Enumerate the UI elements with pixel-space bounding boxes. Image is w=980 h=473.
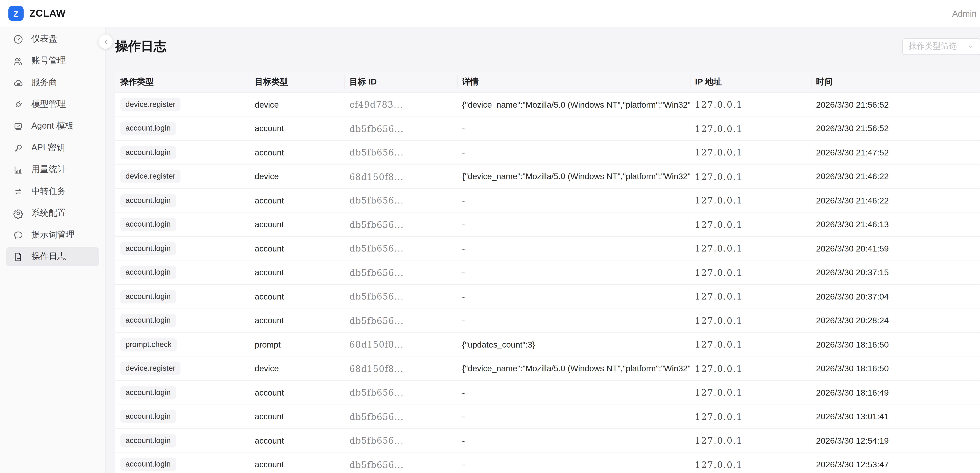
- target-type-cell: device: [250, 165, 344, 188]
- detail-cell: {"device_name":"Mozilla/5.0 (Windows NT"…: [457, 357, 690, 380]
- time-cell: 2026/3/30 20:28:24: [811, 309, 980, 332]
- time-cell: 2026/3/30 12:53:47: [811, 453, 980, 473]
- chat-icon: [13, 229, 24, 240]
- target-type-cell: account: [250, 453, 344, 473]
- detail-cell: -: [457, 189, 690, 212]
- detail-cell: -: [457, 141, 690, 164]
- target-type-cell: account: [250, 189, 344, 212]
- target-type-cell: account: [250, 141, 344, 164]
- operation-type-chip: account.login: [120, 122, 176, 135]
- target-id-cell: db5fb656...: [344, 429, 457, 452]
- sidebar-item-label: Agent 模板: [31, 120, 74, 132]
- sidebar-item-label: 操作日志: [31, 251, 66, 263]
- sidebar-item-label: 提示词管理: [31, 229, 75, 241]
- detail-cell: -: [457, 117, 690, 140]
- sidebar-item-models[interactable]: 模型管理: [6, 95, 99, 114]
- time-cell: 2026/3/30 18:16:49: [811, 381, 980, 404]
- table-row: account.login account db5fb656... - 127.…: [115, 453, 980, 473]
- sidebar-item-agent-template[interactable]: Agent 模板: [6, 116, 99, 135]
- ip-address-cell: 127.0.0.1: [690, 117, 811, 140]
- sidebar-item-usage-stats[interactable]: 用量统计: [6, 160, 99, 179]
- target-type-cell: account: [250, 405, 344, 428]
- cloud-icon: [13, 77, 24, 88]
- operation-type-filter-select[interactable]: 操作类型筛选: [902, 38, 980, 55]
- ip-address-cell: 127.0.0.1: [690, 285, 811, 308]
- ip-address-cell: 127.0.0.1: [690, 237, 811, 260]
- time-cell: 2026/3/30 20:37:04: [811, 285, 980, 308]
- time-cell: 2026/3/30 18:16:50: [811, 333, 980, 356]
- sidebar-item-system-config[interactable]: 系统配置: [6, 204, 99, 223]
- target-id-cell: db5fb656...: [344, 261, 457, 284]
- column-header: 时间: [811, 72, 980, 92]
- sidebar-item-api-keys[interactable]: API 密钥: [6, 138, 99, 158]
- target-id-cell: 68d150f8...: [344, 165, 457, 188]
- target-id-cell: db5fb656...: [344, 405, 457, 428]
- chevron-down-icon: [967, 43, 974, 50]
- time-cell: 2026/3/30 12:54:19: [811, 429, 980, 452]
- target-id-cell: db5fb656...: [344, 453, 457, 473]
- time-cell: 2026/3/30 18:16:50: [811, 357, 980, 380]
- ip-address-cell: 127.0.0.1: [690, 189, 811, 212]
- sidebar-item-operation-logs[interactable]: 操作日志: [6, 247, 99, 266]
- detail-cell: -: [457, 453, 690, 473]
- time-cell: 2026/3/30 21:46:13: [811, 213, 980, 236]
- time-cell: 2026/3/30 20:41:59: [811, 237, 980, 260]
- column-header: 操作类型: [115, 72, 250, 92]
- column-header: 详情: [457, 72, 690, 92]
- table-row: account.login account db5fb656... - 127.…: [115, 213, 980, 237]
- table-row: account.login account db5fb656... - 127.…: [115, 237, 980, 261]
- operation-type-chip: account.login: [120, 458, 176, 471]
- time-cell: 2026/3/30 21:56:52: [811, 117, 980, 140]
- table-row: account.login account db5fb656... - 127.…: [115, 405, 980, 429]
- table-row: account.login account db5fb656... - 127.…: [115, 429, 980, 453]
- brand-name: ZCLAW: [29, 8, 66, 19]
- sidebar-item-label: 系统配置: [31, 207, 66, 219]
- operation-type-chip: device.register: [120, 170, 180, 183]
- detail-cell: -: [457, 213, 690, 236]
- table-row: device.register device 68d150f8... {"dev…: [115, 165, 980, 189]
- table-row: account.login account db5fb656... - 127.…: [115, 381, 980, 405]
- operation-type-chip: account.login: [120, 410, 176, 424]
- admin-user-menu[interactable]: Admin: [952, 9, 977, 18]
- operation-log-table: 操作类型目标类型目标 ID详情IP 地址时间 device.register d…: [115, 72, 980, 473]
- sidebar-item-label: 模型管理: [31, 99, 66, 110]
- table-body: device.register device cf49d783... {"dev…: [115, 93, 980, 473]
- ip-address-cell: 127.0.0.1: [690, 405, 811, 428]
- column-header: 目标 ID: [344, 72, 457, 92]
- detail-cell: -: [457, 429, 690, 452]
- app-logo-icon: Z: [8, 6, 24, 21]
- gauge-icon: [13, 33, 24, 45]
- plug-icon: [13, 99, 24, 110]
- ip-address-cell: 127.0.0.1: [690, 93, 811, 116]
- sidebar-item-label: 账号管理: [31, 55, 66, 67]
- operation-type-chip: account.login: [120, 290, 176, 303]
- sidebar-collapse-button[interactable]: [99, 35, 113, 49]
- ip-address-cell: 127.0.0.1: [690, 333, 811, 356]
- sidebar-item-prompts[interactable]: 提示词管理: [6, 225, 99, 244]
- operation-type-chip: account.login: [120, 218, 176, 231]
- target-type-cell: prompt: [250, 333, 344, 356]
- body-row: 仪表盘 账号管理 服务商 模型管理 Agent 模板 API 密钥 用量统计 中…: [0, 27, 980, 473]
- column-header: IP 地址: [690, 72, 811, 92]
- target-id-cell: db5fb656...: [344, 309, 457, 332]
- main-content: 操作日志 操作类型筛选 操作类型目标类型目标 ID详情IP 地址时间 devic…: [106, 27, 980, 473]
- page-title: 操作日志: [115, 38, 166, 55]
- sidebar-item-providers[interactable]: 服务商: [6, 73, 99, 92]
- target-id-cell: db5fb656...: [344, 189, 457, 212]
- sidebar-item-dashboard[interactable]: 仪表盘: [6, 29, 99, 49]
- sidebar-item-label: 中转任务: [31, 186, 66, 197]
- target-id-cell: db5fb656...: [344, 381, 457, 404]
- gear-icon: [13, 208, 24, 219]
- sidebar-item-accounts[interactable]: 账号管理: [6, 51, 99, 70]
- operation-type-chip: account.login: [120, 314, 176, 327]
- detail-cell: {"updates_count":3}: [457, 333, 690, 356]
- key-icon: [13, 142, 24, 153]
- chevron-left-icon: [102, 37, 110, 46]
- target-id-cell: db5fb656...: [344, 285, 457, 308]
- ip-address-cell: 127.0.0.1: [690, 141, 811, 164]
- table-header-row: 操作类型目标类型目标 ID详情IP 地址时间: [115, 72, 980, 93]
- sidebar-item-relay-tasks[interactable]: 中转任务: [6, 182, 99, 201]
- detail-cell: {"device_name":"Mozilla/5.0 (Windows NT"…: [457, 93, 690, 116]
- time-cell: 2026/3/30 21:46:22: [811, 189, 980, 212]
- ip-address-cell: 127.0.0.1: [690, 165, 811, 188]
